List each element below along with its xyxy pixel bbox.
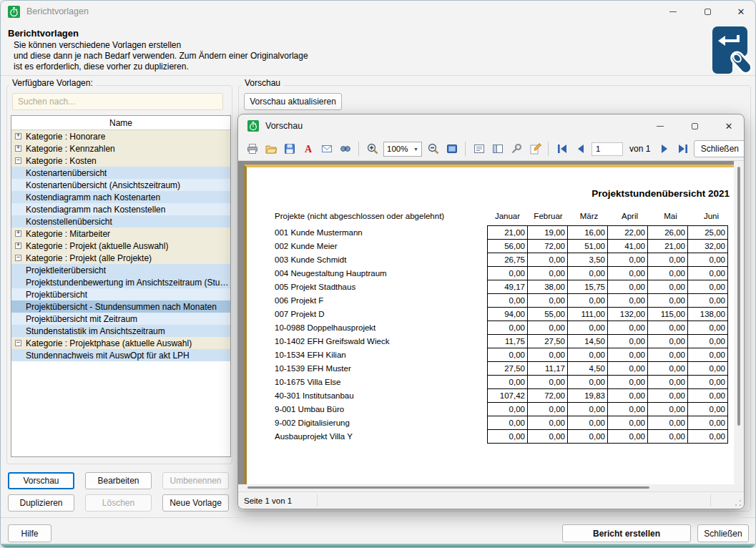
- report-row: 003 Kunde Schmidt26,750,003,500,000,000,…: [244, 253, 728, 267]
- tree-item-row[interactable]: Projektübersicht: [11, 288, 230, 300]
- fullscreen-icon[interactable]: [444, 142, 459, 157]
- last-page-icon[interactable]: [675, 142, 690, 157]
- tree-item-row[interactable]: Kostenartenübersicht (Ansichtszeitraum): [11, 179, 230, 191]
- horizontal-scrollbar[interactable]: [238, 484, 744, 491]
- preview-toolbar: A 100% ▼: [238, 137, 744, 161]
- project-name: 001 Kunde Mustermann: [244, 225, 487, 240]
- vorschau-button[interactable]: Vorschau: [8, 472, 74, 489]
- tree-category-row[interactable]: +Kategorie : Kennzahlen: [11, 142, 230, 155]
- tree-item-row[interactable]: Projektübersicht mit Zeitraum: [11, 313, 230, 325]
- hours-cell: 94,00: [487, 307, 528, 321]
- tree-item-row[interactable]: Stundennachweis mit AuswOpt für akt LPH: [11, 349, 230, 361]
- tree-item-row[interactable]: Projektstundenbewertung im Ansichtszeitr…: [11, 276, 230, 288]
- berichtvorlagen-window: Berichtvorlagen ✕ Berichtvorlagen Sie kö…: [0, 0, 756, 548]
- tree-item-label: Kategorie : Projekt (alle Projekte): [26, 253, 152, 263]
- report-row: 9-002 Digitalisierung0,000,000,000,000,0…: [244, 416, 728, 430]
- email-icon[interactable]: [319, 142, 334, 157]
- footer-divider: [1, 517, 755, 518]
- tree-item-row[interactable]: Kostenstellenübersicht: [11, 215, 230, 227]
- close-button[interactable]: ✕: [725, 1, 756, 22]
- schliessen-button[interactable]: Schließen: [697, 524, 749, 542]
- preview-close-button[interactable]: ✕: [715, 115, 743, 137]
- tree-category-row[interactable]: +Kategorie : Mitarbeiter: [11, 227, 230, 240]
- tree-category-row[interactable]: −Kategorie : Projekt (alle Projekte): [11, 252, 230, 264]
- bearbeiten-button[interactable]: Bearbeiten: [85, 472, 152, 489]
- hours-cell: 0,00: [687, 375, 728, 389]
- close-icon: ✕: [737, 7, 745, 16]
- hours-cell: 0,00: [607, 361, 648, 376]
- page-number-input[interactable]: [591, 142, 623, 156]
- tree-category-row[interactable]: −Kategorie : Projektphase (aktuelle Ausw…: [11, 337, 230, 349]
- neue-vorlage-button[interactable]: Neue Vorlage: [162, 494, 229, 512]
- hours-cell: 0,00: [687, 293, 728, 308]
- hours-cell: 0,00: [487, 402, 528, 416]
- thumbnails-icon[interactable]: [471, 142, 486, 157]
- hours-cell: 72,00: [527, 388, 568, 403]
- search-input[interactable]: [12, 93, 223, 110]
- app-stopwatch-icon: [8, 6, 20, 18]
- expand-icon[interactable]: +: [15, 133, 21, 140]
- printer-icon[interactable]: [245, 142, 260, 157]
- collapse-icon[interactable]: −: [15, 340, 21, 346]
- tree-category-row[interactable]: +Kategorie : Honorare: [11, 130, 230, 142]
- project-name: 10-1675 Villa Else: [244, 375, 487, 389]
- page-setup-icon[interactable]: [509, 142, 524, 157]
- list-column-header[interactable]: Name: [11, 116, 230, 130]
- duplizieren-button[interactable]: Duplizieren: [8, 494, 74, 512]
- template-list[interactable]: Name +Kategorie : Honorare+Kategorie : K…: [11, 115, 231, 457]
- hours-cell: 0,00: [527, 375, 568, 389]
- close-icon: ✕: [725, 122, 733, 131]
- hours-cell: 0,00: [687, 429, 728, 444]
- preview-toolbar-close-button[interactable]: Schließen: [694, 140, 745, 157]
- project-name: 10-1534 EFH Kilian: [244, 348, 487, 362]
- tree-item-row[interactable]: Kostendiagramm nach Kostenarten: [11, 191, 230, 203]
- resize-grip[interactable]: [735, 499, 742, 507]
- vertical-scrollbar[interactable]: [734, 161, 744, 484]
- tree-item-label: Stundennachweis mit AuswOpt für akt LPH: [26, 351, 190, 361]
- expand-icon[interactable]: +: [15, 243, 21, 249]
- zoom-dropdown[interactable]: 100% ▼: [383, 142, 422, 157]
- tree-item-row[interactable]: Stundenstatistik im Ansichtszeitraum: [11, 325, 230, 337]
- bericht-erstellen-button[interactable]: Bericht erstellen: [562, 524, 691, 542]
- preview-maximize-button[interactable]: [680, 115, 709, 137]
- collapse-icon[interactable]: −: [15, 157, 21, 164]
- search-icon[interactable]: [338, 142, 353, 157]
- zoom-in-icon[interactable]: [365, 142, 380, 157]
- tree-category-row[interactable]: −Kategorie : Kosten: [11, 155, 230, 167]
- vertical-scrollbar-thumb[interactable]: [737, 167, 740, 426]
- hours-cell: 49,17: [487, 280, 528, 294]
- maximize-button[interactable]: [692, 1, 723, 22]
- tree-item-row[interactable]: Projektleiterübersicht: [11, 264, 230, 276]
- zoom-out-icon[interactable]: [426, 142, 441, 157]
- hours-cell: 0,00: [607, 348, 648, 362]
- horizontal-scrollbar-thumb[interactable]: [247, 486, 649, 489]
- report-row: 006 Projekt F0,000,000,000,000,000,00: [244, 293, 728, 308]
- hours-cells: 21,0019,0016,0022,0026,0025,00: [487, 225, 728, 240]
- expand-icon[interactable]: +: [15, 145, 21, 152]
- hilfe-button[interactable]: Hilfe: [8, 524, 51, 542]
- page-layout-icon[interactable]: [490, 142, 505, 157]
- preview-minimize-button[interactable]: [646, 115, 674, 137]
- tree-item-row[interactable]: Kostenartenübersicht: [11, 167, 230, 179]
- edit-icon[interactable]: [527, 142, 542, 157]
- first-page-icon[interactable]: [554, 142, 569, 157]
- pdf-export-icon[interactable]: A: [300, 142, 315, 157]
- expand-icon[interactable]: +: [15, 230, 21, 237]
- open-icon[interactable]: [263, 142, 278, 157]
- tree-item-row[interactable]: Projektübersicht - Stundensummen nach Mo…: [11, 300, 230, 313]
- prev-page-icon[interactable]: [573, 142, 588, 157]
- report-row: 10-1675 Villa Else0,000,000,000,000,000,…: [244, 375, 728, 389]
- refresh-preview-button[interactable]: Vorschau aktualisieren: [244, 93, 342, 110]
- hours-cell: 0,00: [687, 253, 728, 267]
- hours-cell: 0,00: [607, 253, 648, 267]
- collapse-icon[interactable]: −: [15, 255, 21, 261]
- tree-item-label: Stundenstatistik im Ansichtszeitraum: [26, 326, 165, 336]
- preview-window: Vorschau ✕ A: [237, 114, 745, 509]
- minimize-button[interactable]: [657, 1, 689, 22]
- minimize-icon: [669, 11, 677, 12]
- hours-cell: 56,00: [487, 239, 528, 253]
- save-icon[interactable]: [282, 142, 297, 157]
- tree-category-row[interactable]: +Kategorie : Projekt (aktuelle Auswahl): [11, 240, 230, 252]
- next-page-icon[interactable]: [657, 142, 672, 157]
- tree-item-row[interactable]: Kostendiagramm nach Kostenstellen: [11, 203, 230, 215]
